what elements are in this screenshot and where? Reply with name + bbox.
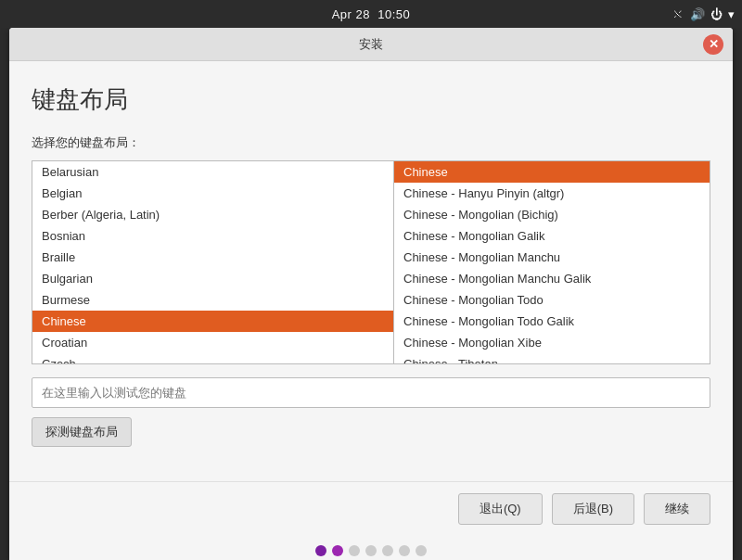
list-item[interactable]: Bulgarian xyxy=(32,268,393,289)
list-item[interactable]: Berber (Algeria, Latin) xyxy=(32,204,393,225)
dot-7 xyxy=(416,545,427,556)
progress-dots xyxy=(9,538,733,560)
close-button[interactable]: ✕ xyxy=(703,34,723,55)
variant-list[interactable]: Chinese Chinese - Hanyu Pinyin (altgr) C… xyxy=(393,160,710,364)
list-item[interactable]: Burmese xyxy=(32,289,393,311)
dot-4 xyxy=(365,545,377,556)
list-item[interactable]: Braille xyxy=(32,247,393,268)
list-item[interactable]: Belgian xyxy=(32,183,393,204)
list-item[interactable]: Croatian xyxy=(32,332,393,353)
variant-item[interactable]: Chinese - Mongolian (Bichig) xyxy=(394,204,710,225)
variant-item[interactable]: Chinese - Hanyu Pinyin (altgr) xyxy=(394,183,710,204)
chevron-down-icon[interactable]: ▾ xyxy=(728,7,735,21)
dot-3 xyxy=(349,545,360,556)
variant-item[interactable]: Chinese - Mongolian Galik xyxy=(394,225,710,247)
language-list[interactable]: Belarusian Belgian Berber (Algeria, Lati… xyxy=(32,160,393,364)
keyboard-test-input[interactable] xyxy=(32,377,710,408)
variant-item-chinese[interactable]: Chinese xyxy=(394,161,710,183)
power-icon[interactable]: ⏻ xyxy=(710,7,723,21)
variant-item[interactable]: Chinese - Mongolian Todo Galik xyxy=(394,311,710,332)
taskbar-datetime: Apr 28 10:50 xyxy=(332,7,411,21)
variant-item[interactable]: Chinese - Mongolian Xibe xyxy=(394,332,710,353)
back-button[interactable]: 后退(B) xyxy=(552,493,634,525)
variant-item[interactable]: Chinese - Mongolian Manchu Galik xyxy=(394,268,710,289)
detect-keyboard-button[interactable]: 探测键盘布局 xyxy=(32,417,132,447)
continue-button[interactable]: 继续 xyxy=(644,493,710,525)
taskbar-icons: ⛌ 🔊 ⏻ ▾ xyxy=(672,7,735,21)
variant-item-mongolian-todo[interactable]: Chinese - Mongolian Todo xyxy=(394,289,710,311)
dot-6 xyxy=(399,545,410,556)
dot-5 xyxy=(382,545,393,556)
list-item[interactable]: Czech xyxy=(32,353,393,364)
keyboard-layout-lists: Belarusian Belgian Berber (Algeria, Lati… xyxy=(32,160,710,364)
quit-button[interactable]: 退出(Q) xyxy=(458,493,543,525)
network-icon[interactable]: ⛌ xyxy=(672,7,684,21)
list-item[interactable]: Bosnian xyxy=(32,225,393,247)
page-title: 键盘布局 xyxy=(32,83,710,116)
dot-1 xyxy=(315,545,326,556)
keyboard-test-section xyxy=(32,377,710,408)
titlebar: 安装 ✕ xyxy=(9,28,733,61)
list-item[interactable]: Belarusian xyxy=(32,161,393,183)
footer: 退出(Q) 后退(B) 继续 xyxy=(9,481,733,538)
variant-item[interactable]: Chinese - Mongolian Manchu xyxy=(394,247,710,268)
dot-2 xyxy=(332,545,343,556)
list-item-chinese[interactable]: Chinese xyxy=(32,311,393,332)
window-title: 安装 xyxy=(359,36,383,53)
subtitle: 选择您的键盘布局： xyxy=(32,134,710,151)
taskbar: Apr 28 10:50 ⛌ 🔊 ⏻ ▾ xyxy=(0,0,742,28)
install-window: 安装 ✕ 键盘布局 选择您的键盘布局： Belarusian Belgian B… xyxy=(9,28,733,560)
variant-item[interactable]: Chinese - Tibetan xyxy=(394,353,710,364)
main-content: 键盘布局 选择您的键盘布局： Belarusian Belgian Berber… xyxy=(9,61,733,481)
volume-icon[interactable]: 🔊 xyxy=(690,7,705,21)
